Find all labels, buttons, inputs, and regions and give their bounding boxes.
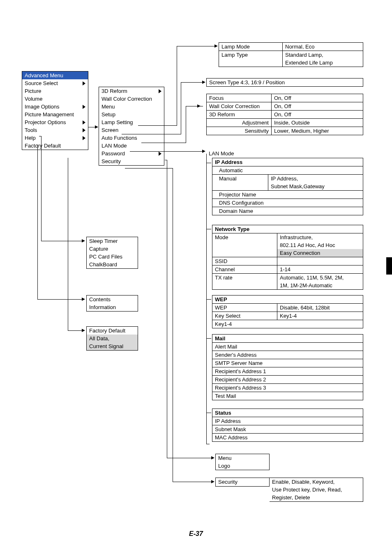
nt-txrate-value2: 1M, 1M-2M-Automatic bbox=[277, 282, 363, 289]
ip-dns-config: DNS Configuration bbox=[212, 199, 363, 207]
password-menu[interactable]: Menu bbox=[216, 454, 269, 462]
security-line1: Enable, Disable, Keyword, bbox=[270, 478, 363, 486]
sub-item-auto-functions[interactable]: Auto Functions bbox=[99, 134, 164, 142]
menu-item-tools[interactable]: Tools bbox=[22, 126, 88, 134]
mail-recipient3: Recipient's Address 3 bbox=[212, 383, 363, 392]
submenu-arrow-icon bbox=[159, 89, 161, 93]
connector-line bbox=[206, 413, 211, 413]
tools-submenu: Sleep Timer Capture PC Card Files ChalkB… bbox=[86, 237, 138, 269]
sub-item-setup[interactable]: Setup bbox=[99, 111, 164, 118]
lan-status-box: Status IP Address Subnet Mask MAC Addres… bbox=[212, 409, 363, 442]
menu-item-factory-default[interactable]: Factory Default bbox=[22, 142, 88, 150]
af-sensitivity-value: Lower, Medium, Higher bbox=[272, 127, 363, 135]
connector-line bbox=[173, 168, 173, 482]
nt-channel-value: 1-14 bbox=[277, 265, 363, 273]
menu-label: Projector Options bbox=[25, 119, 66, 125]
sub-item-menu[interactable]: Menu bbox=[99, 103, 164, 111]
connector-line bbox=[68, 158, 68, 330]
sub-item-screen[interactable]: Screen bbox=[99, 126, 164, 134]
connector-line bbox=[206, 154, 207, 444]
sub-item-current-signal[interactable]: Current Signal bbox=[87, 342, 138, 350]
wep-label: WEP bbox=[212, 304, 277, 312]
menu-item-image-options[interactable]: Image Options bbox=[22, 103, 88, 111]
submenu-arrow-icon bbox=[83, 136, 85, 140]
status-subnet: Subnet Mask bbox=[212, 425, 363, 433]
af-wcc-label: Wall Color Correction bbox=[207, 102, 272, 110]
security-box: Security bbox=[215, 478, 270, 487]
nt-mode-value2: 802.11 Ad Hoc, Ad Hoc bbox=[277, 241, 363, 249]
lan-mode-title: LAN Mode bbox=[209, 150, 234, 157]
sub-item-pc-card-files[interactable]: PC Card Files bbox=[87, 253, 138, 261]
sub-item-contents[interactable]: Contents bbox=[87, 295, 138, 303]
menu-item-projector-options[interactable]: Projector Options bbox=[22, 118, 88, 126]
sub-item-wall-color[interactable]: Wall Color Correction bbox=[99, 95, 164, 103]
connector-line bbox=[177, 46, 215, 46]
wep-header: WEP bbox=[212, 295, 363, 303]
wep-keyselect-label: Key Select bbox=[212, 312, 277, 320]
main-menu-title: Advanced Menu bbox=[22, 72, 88, 79]
connector-line bbox=[37, 299, 82, 300]
sub-item-sleep-timer[interactable]: Sleep Timer bbox=[87, 237, 138, 245]
auto-functions-box: Focus On, Off Wall Color Correction On, … bbox=[206, 94, 363, 135]
sub-item-chalkboard[interactable]: ChalkBoard bbox=[87, 261, 138, 268]
ip-projector-name: Projector Name bbox=[212, 190, 363, 199]
security-line2: Use Protect key, Drive, Read, bbox=[270, 486, 363, 494]
mail-smtp: SMTP Server Name bbox=[212, 359, 363, 367]
submenu-arrow-icon bbox=[83, 128, 85, 132]
menu-item-picture-management[interactable]: Picture Management bbox=[22, 111, 88, 118]
mail-alert: Alert Mail bbox=[212, 342, 363, 351]
sub-item-password[interactable]: Password bbox=[99, 150, 164, 157]
factory-default-submenu: Factory Default All Data, Current Signal bbox=[86, 326, 138, 351]
menu-item-volume[interactable]: Volume bbox=[22, 95, 88, 103]
ip-manual-value2: Subnet Mask,Gateway bbox=[268, 182, 363, 190]
nt-txrate-value1: Automatic, 11M, 5.5M, 2M, bbox=[277, 274, 363, 282]
sub-item-factory-default[interactable]: Factory Default bbox=[87, 327, 138, 335]
sub-item-all-data[interactable]: All Data, bbox=[87, 335, 138, 342]
screen-type-text: Screen Type 4:3, 16:9 / Position bbox=[207, 78, 363, 86]
sub-item-3d-reform[interactable]: 3D Reform bbox=[99, 87, 164, 95]
ip-address-header: IP Address bbox=[212, 158, 363, 166]
menu-label: Source Select bbox=[25, 80, 58, 86]
connector-line bbox=[167, 458, 212, 458]
status-header: Status bbox=[212, 409, 363, 417]
menu-label: Tools bbox=[25, 127, 37, 133]
connector-line bbox=[41, 136, 42, 241]
connector-line bbox=[68, 330, 82, 331]
connector-line bbox=[206, 444, 210, 444]
connector-line bbox=[167, 160, 167, 458]
af-sensitivity-label: Sensitivity bbox=[207, 127, 272, 135]
password-sub-box: Menu Logo bbox=[215, 454, 270, 470]
ip-automatic: Automatic bbox=[212, 166, 363, 174]
menu-item-picture[interactable]: Picture bbox=[22, 87, 88, 95]
arrow-icon bbox=[82, 329, 85, 332]
password-logo[interactable]: Logo bbox=[216, 462, 269, 470]
menu-label: Image Options bbox=[25, 104, 60, 110]
sub-item-capture[interactable]: Capture bbox=[87, 245, 138, 253]
arrow-icon bbox=[202, 150, 205, 153]
connector-line bbox=[173, 482, 212, 482]
mail-header: Mail bbox=[212, 335, 363, 342]
sub-item-information[interactable]: Information bbox=[87, 303, 138, 311]
status-mac: MAC Address bbox=[212, 433, 363, 441]
lamp-type-extra: Extended Life Lamp bbox=[283, 59, 363, 67]
nt-mode-label: Mode bbox=[212, 233, 277, 241]
nt-channel-label: Channel bbox=[212, 265, 277, 273]
page-footer: E-37 bbox=[0, 530, 392, 538]
connector-line bbox=[130, 151, 203, 152]
arrow-icon bbox=[82, 239, 85, 242]
menu-item-source-select[interactable]: Source Select bbox=[22, 79, 88, 87]
lamp-type-value: Standard Lamp, bbox=[283, 51, 363, 59]
connector-line bbox=[206, 299, 211, 300]
connector-line bbox=[181, 82, 203, 83]
sub-item-security[interactable]: Security bbox=[99, 157, 164, 165]
lamp-mode-label: Lamp Mode bbox=[219, 43, 283, 51]
security-values-box: Enable, Disable, Keyword, Use Protect ke… bbox=[270, 478, 363, 502]
ip-manual-label: Manual bbox=[212, 175, 268, 182]
wep-key14: Key1-4 bbox=[212, 320, 363, 328]
main-menu-box: Advanced Menu Source Select Picture Volu… bbox=[22, 71, 88, 150]
nt-txrate-label: TX rate bbox=[212, 274, 277, 282]
af-focus-label: Focus bbox=[207, 94, 272, 102]
menu-item-help[interactable]: Help bbox=[22, 134, 88, 142]
page-tab bbox=[386, 257, 392, 275]
submenu-arrow-icon bbox=[83, 105, 85, 109]
